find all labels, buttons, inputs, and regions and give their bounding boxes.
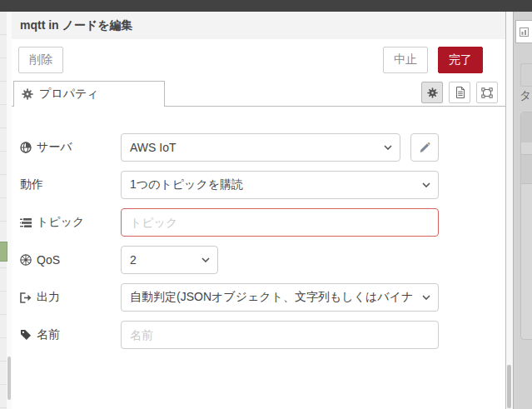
chevron-down-icon — [422, 182, 430, 187]
cancel-button[interactable]: 中止 — [383, 47, 428, 73]
server-select-value: AWS IoT — [130, 141, 177, 154]
chart-icon — [520, 27, 529, 37]
edit-node-tray: mqtt in ノードを編集 削除 中止 完了 プロパティ — [12, 12, 506, 409]
palette-scrollbar-thumb[interactable] — [7, 357, 11, 400]
workspace-scrollbar-thumb[interactable] — [507, 365, 511, 408]
chevron-down-icon — [422, 295, 430, 300]
output-select[interactable]: 自動判定(JSONオブジェクト、文字列もしくはバイナリ — [121, 283, 439, 312]
workspace-scrollbar-track — [506, 12, 513, 409]
delete-button[interactable]: 削除 — [18, 47, 63, 73]
qos-select-value: 2 — [130, 253, 137, 267]
sidebar-tab[interactable] — [515, 20, 532, 43]
edit-server-button[interactable] — [410, 133, 439, 162]
sidebar-panel-band — [521, 112, 532, 142]
server-label: サーバ — [20, 140, 121, 155]
action-select[interactable]: 1つのトピックを購読 — [121, 171, 439, 199]
topic-input[interactable] — [121, 208, 439, 237]
description-view-button[interactable] — [449, 82, 470, 103]
pencil-icon — [419, 142, 430, 153]
tray-title: mqtt in ノードを編集 — [12, 12, 505, 39]
server-row: サーバ AWS IoT — [20, 133, 505, 162]
sidebar-panel-fragment — [520, 63, 532, 87]
server-select[interactable]: AWS IoT — [121, 133, 400, 162]
tray-tab-bar: プロパティ — [12, 81, 505, 107]
output-select-value: 自動判定(JSONオブジェクト、文字列もしくはバイナリ — [130, 290, 415, 305]
done-button[interactable]: 完了 — [438, 47, 483, 73]
tray-toolbar: 削除 中止 完了 — [12, 39, 505, 81]
name-label: 名前 — [20, 327, 121, 342]
qos-row: QoS 2 — [20, 246, 505, 274]
action-label: 動作 — [20, 177, 121, 192]
tab-properties[interactable]: プロパティ — [13, 81, 165, 106]
output-label: 出力 — [20, 290, 121, 305]
appearance-icon — [481, 87, 493, 98]
app-header-bar — [0, 0, 532, 12]
sign-out-icon — [20, 292, 32, 303]
qos-select[interactable]: 2 — [121, 246, 218, 274]
action-row: 動作 1つのトピックを購読 — [20, 171, 505, 199]
tab-properties-label: プロパティ — [39, 87, 99, 102]
globe-icon — [20, 142, 32, 153]
file-icon — [455, 87, 465, 98]
palette-node-fragment — [0, 242, 7, 262]
name-row: 名前 — [20, 321, 505, 349]
topic-row: トピック — [20, 208, 505, 237]
properties-form: サーバ AWS IoT 動作 — [12, 107, 505, 349]
qos-empire-icon — [20, 254, 32, 266]
right-sidebar: タ — [513, 12, 532, 409]
tag-icon — [20, 329, 32, 341]
sidebar-partial-text: タ — [520, 88, 531, 103]
tasks-icon — [20, 217, 32, 228]
gear-icon — [427, 87, 438, 98]
tray-tab-tools — [421, 82, 498, 103]
qos-label: QoS — [20, 253, 121, 267]
action-select-value: 1つのトピックを購読 — [130, 177, 243, 192]
topic-label: トピック — [20, 215, 121, 230]
chevron-down-icon — [384, 145, 392, 150]
node-palette-strip — [0, 12, 12, 409]
output-row: 出力 自動判定(JSONオブジェクト、文字列もしくはバイナリ — [20, 283, 505, 312]
properties-view-button[interactable] — [421, 82, 443, 103]
gear-icon — [22, 88, 33, 100]
sidebar-panel — [520, 112, 532, 340]
sidebar-panel-band — [521, 154, 532, 184]
appearance-view-button[interactable] — [476, 82, 498, 103]
chevron-down-icon — [201, 257, 210, 262]
name-input[interactable] — [121, 321, 439, 349]
